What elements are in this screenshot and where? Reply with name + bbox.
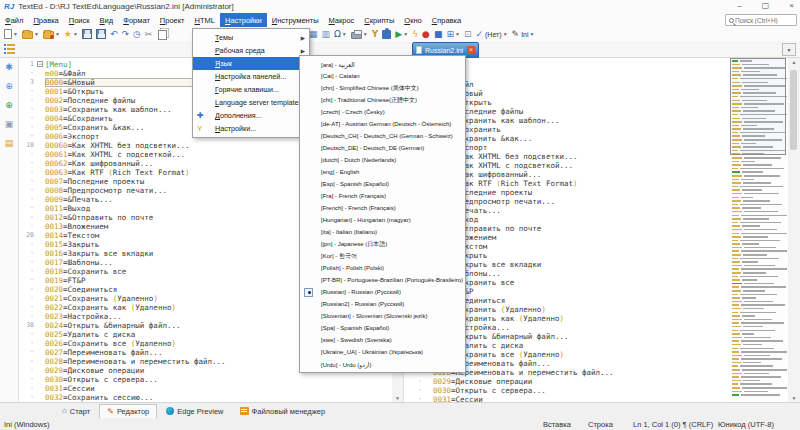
bottom-tab-файловый-менеджер[interactable]: Файловый менеджер (233, 404, 333, 418)
sort-list-icon[interactable] (4, 43, 16, 55)
dropdown-arrow-icon[interactable]: ▼ (455, 31, 460, 37)
language-menu-item[interactable]: [Ukraine_UA] - Ukrainian (Українська) (300, 346, 465, 358)
cut-icon[interactable]: ✂ (144, 28, 154, 41)
bottom-tab-edge-preview[interactable]: Edge Preview (159, 404, 230, 418)
language-menu-item[interactable]: [Urdu] - Urdu (اردو) (300, 358, 465, 370)
language-menu-item[interactable]: [chn] - Simplified Chinese (简体中文) (300, 82, 465, 94)
language-menu-item[interactable]: [eng] - English (300, 166, 465, 178)
search-input[interactable] (735, 17, 793, 24)
language-menu-item[interactable]: [Cat] - Catalan (300, 70, 465, 82)
language-menu-item[interactable]: [Polish] - Polish (Polski) (300, 262, 465, 274)
search-box[interactable] (725, 14, 797, 26)
language-menu-item[interactable]: [dutch] - Dutch (Nederlands) (300, 154, 465, 166)
globe-check-icon[interactable]: ⊕ (5, 100, 13, 110)
language-menu-item[interactable]: [jpn] - Japanese (日本語) (300, 238, 465, 250)
syntax-pencil-icon[interactable]: ✎Ini▼ (511, 28, 536, 41)
dropdown-arrow-icon[interactable]: ▼ (530, 31, 535, 37)
clipboard-icon[interactable]: ▤ (5, 138, 14, 148)
language-menu-item[interactable]: [Esp] - Spanish (Español) (300, 178, 465, 190)
save-icon[interactable] (81, 28, 93, 41)
code-line[interactable]: ·0030=Открыть с сервера... (20, 375, 392, 384)
menu-вид[interactable]: Вид (95, 13, 119, 27)
scroll-down-icon[interactable]: ▼ (392, 395, 403, 401)
quick-run-icon[interactable]: ϟ (411, 28, 419, 41)
language-menu-item[interactable]: [swe] - Swedish (Svenska) (300, 334, 465, 346)
language-menu-item[interactable]: [czech] - Czech (Česky) (300, 106, 465, 118)
language-menu-item[interactable]: [Spa] - Spanish (Español) (300, 322, 465, 334)
menu-справка[interactable]: Справка (427, 13, 466, 27)
insert-mode-status[interactable]: Вставка (543, 420, 571, 429)
menu-инструменты[interactable]: Инструменты (267, 13, 324, 27)
settings-menu-item[interactable]: ✚Дополнения... (193, 109, 309, 122)
undo-icon[interactable]: ↶ (109, 28, 119, 41)
language-menu-item[interactable]: [PT-BR] - Portuguese-Brazilian (Portuguê… (300, 274, 465, 286)
language-menu-item[interactable]: [Fra] - French (Français) (300, 190, 465, 202)
print-icon[interactable]: ▼ (350, 28, 369, 41)
caret-position-status[interactable]: Ln 1, Col 1 (0) ¶ (CRLF) (633, 420, 713, 429)
panel-preview-icon[interactable]: ▣ (5, 119, 14, 129)
wizard-tools-icon[interactable]: Y (371, 28, 380, 41)
menu-скрипты[interactable]: Скрипты (359, 13, 399, 27)
new-file-icon[interactable]: ▼ (3, 28, 19, 41)
grid-icon[interactable]: ⊞▼ (445, 28, 461, 41)
dropdown-arrow-icon[interactable]: ▼ (13, 31, 18, 37)
settings-menu-item[interactable]: Язык▶ (193, 57, 309, 70)
tab-list-dropdown[interactable]: ▼ (782, 43, 796, 56)
doc-format-status[interactable]: Ini (Windows) (4, 420, 49, 429)
dropdown-arrow-icon[interactable]: ▼ (403, 31, 408, 37)
table-insert-icon[interactable]: ▥ (320, 28, 331, 41)
menu-макрос[interactable]: Макрос (324, 13, 360, 27)
language-menu-item[interactable]: [French] - French (Français) (300, 202, 465, 214)
grid-alt-icon[interactable]: ⊡ (463, 28, 473, 41)
history-icon[interactable]: ◷ (132, 28, 142, 41)
code-line[interactable]: ·0032=Сохранить сессию... (20, 393, 392, 402)
dropdown-arrow-icon[interactable]: ▼ (55, 31, 60, 37)
menu-файл[interactable]: Файл (0, 13, 28, 27)
menu-окно[interactable]: Окно (399, 13, 426, 27)
dropdown-arrow-icon[interactable]: ▼ (73, 31, 78, 37)
language-menu-item[interactable]: [Russian] - Russian (Русский) (300, 286, 465, 298)
settings-menu-item[interactable]: Language server templates... (193, 96, 309, 109)
language-menu-item[interactable]: [Deutsch_DE] - Deutsch_DE (German) (300, 142, 465, 154)
stop-macro-icon[interactable]: ■ (433, 28, 444, 41)
minimize-button[interactable]: – (737, 0, 741, 12)
restore-button[interactable]: ▢ (762, 0, 770, 12)
fold-marker-icon[interactable]: − (37, 61, 43, 67)
dropdown-arrow-icon[interactable]: ▼ (363, 31, 368, 37)
minimap-viewport[interactable] (730, 58, 786, 155)
wrap-mode-status[interactable]: Строка (588, 420, 613, 429)
close-tab-icon[interactable]: × (467, 46, 475, 54)
menu-формат[interactable]: Формат (118, 13, 155, 27)
menu-поиск[interactable]: Поиск (64, 13, 95, 27)
language-menu-item[interactable]: [Hungarian] - Hungarian (magyar) (300, 214, 465, 226)
settings-menu-item[interactable]: Рабочая среда▶ (193, 44, 309, 57)
run-script-icon[interactable]: ▶▼ (394, 28, 409, 41)
menu-настройки[interactable]: Настройки (220, 13, 267, 27)
redo-icon[interactable]: ↷ (120, 28, 130, 41)
language-menu-item[interactable]: [Deutsch_CH] - Deutsch_CH (German - Schw… (300, 130, 465, 142)
copy-icon[interactable] (155, 28, 168, 41)
scroll-up-icon[interactable]: ▲ (788, 59, 800, 65)
language-menu-item[interactable]: [Slovenian] - Slovenian (Slovenski jezik… (300, 310, 465, 322)
settings-menu-item[interactable]: Настройка панелей... (193, 70, 309, 83)
dropdown-arrow-icon[interactable]: ▼ (503, 31, 508, 37)
language-menu-item[interactable]: [ita] - Italian (Italiano) (300, 226, 465, 238)
encoding-status[interactable]: Юникод (UTF-8) (718, 420, 774, 429)
addons-puzzle-icon[interactable] (381, 28, 392, 41)
language-menu-item[interactable]: [cht] - Traditional Chinese(正體中文) (300, 94, 465, 106)
menu-правка[interactable]: Правка (28, 13, 63, 27)
dropdown-arrow-icon[interactable]: ▼ (342, 31, 347, 37)
save-all-icon[interactable] (95, 28, 107, 41)
menu-проект[interactable]: Проект (155, 13, 190, 27)
record-macro-icon[interactable]: ● (421, 28, 431, 41)
code-line[interactable]: ·0031=Сессии (20, 384, 392, 393)
settings-menu-item[interactable]: YНастройки... (193, 122, 309, 135)
favorites-icon[interactable]: ★▼ (63, 28, 79, 41)
globe-icon[interactable]: ⊕ (5, 81, 13, 91)
settings-menu-item[interactable]: Горячие клавиши... (193, 83, 309, 96)
language-menu-item[interactable]: [Kor] - 한국어 (300, 250, 465, 262)
close-button[interactable]: × (789, 0, 794, 12)
bottom-tab-старт[interactable]: ⌂Старт (55, 404, 97, 418)
settings-menu-item[interactable]: Темы▶ (193, 31, 309, 44)
open-file-icon[interactable]: ▼ (21, 28, 40, 41)
